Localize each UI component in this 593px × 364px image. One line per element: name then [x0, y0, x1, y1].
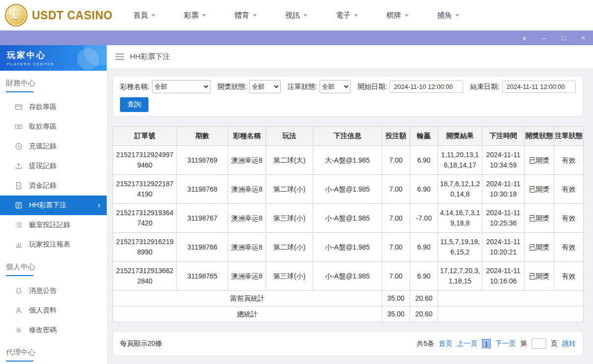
withdraw-cash-icon [15, 123, 23, 131]
nav-label: 體育 [235, 11, 249, 20]
sidebar-item-recharge-records[interactable]: 充值記錄 [0, 137, 107, 156]
cell-time: 2024-11-11 10:30:18 [482, 175, 525, 204]
next-page-link[interactable]: 下一页 [495, 339, 516, 348]
cell-result: 4,14,16,7,3,19,18,8 [438, 204, 482, 233]
cell-time: 2024-11-11 10:16:06 [482, 262, 525, 291]
order-status-select[interactable]: 全部 [320, 80, 351, 93]
logo-text: USDT CASINO [32, 9, 113, 22]
column-header-lottery: 彩種名稱 [228, 127, 266, 146]
user-icon [15, 307, 23, 314]
chevron-down-icon [354, 14, 358, 17]
section-heading-personal: 個人中心 [6, 262, 101, 276]
sidebar-item-hh-lottery-bets[interactable]: HH彩票下注 › [0, 196, 107, 215]
end-date-input[interactable] [502, 81, 576, 93]
jump-suffix-text: 页 [551, 339, 558, 348]
cell-order: 2152173129136622840 [113, 262, 177, 291]
cell-amount: 7.00 [382, 146, 410, 175]
jump-prefix-text: 第 [520, 339, 527, 348]
gear-icon [15, 326, 23, 334]
cell-play: 第二球(大) [266, 146, 313, 175]
draw-status-select[interactable]: 全部 [249, 80, 281, 93]
window-close-icon[interactable]: × [573, 30, 593, 45]
nav-label: 棋牌 [386, 11, 401, 20]
nav-item-lottery[interactable]: 彩票 [184, 11, 206, 20]
cell-bet-info: 小-A盤@1.985 [313, 262, 382, 291]
window-minimize-icon[interactable]: – [534, 30, 554, 45]
cell-play: 第二球(小) [266, 233, 313, 262]
deposit-card-icon [15, 103, 23, 111]
chevron-down-icon [253, 14, 257, 17]
column-header-draw-status: 開獎狀態 [525, 127, 554, 146]
sidebar-item-funds-records[interactable]: 資金記錄 [0, 176, 107, 196]
sidebar-item-cashout-records[interactable]: 提現記錄 [0, 156, 107, 176]
search-button[interactable]: 查詢 [120, 97, 148, 112]
cell-period: 31198767 [177, 204, 228, 233]
current-page-indicator[interactable]: 1 [482, 339, 491, 348]
cell-draw-status: 已開獎 [525, 262, 554, 291]
cell-amount: 7.00 [382, 204, 410, 233]
cell-amount: 7.00 [382, 233, 410, 262]
room-bet-record-icon [15, 221, 23, 229]
cell-bet-info: 小-A盤@1.985 [313, 233, 382, 262]
sidebar-item-label: 提現記錄 [29, 162, 57, 170]
cell-win: 6.90 [410, 233, 438, 262]
sidebar-item-announcements[interactable]: 消息公告 [0, 281, 107, 301]
column-header-time: 下注時間 [482, 127, 525, 146]
sidebar-item-label: 資金記錄 [29, 181, 57, 190]
nav-label: 彩票 [184, 11, 199, 20]
table-row: 2152173129193647420 31198767 澳洲幸运8 第三球(小… [113, 204, 584, 233]
sidebar-item-change-password[interactable]: 修改密碼 [0, 320, 107, 340]
cell-period: 31198765 [177, 262, 228, 291]
cell-play: 第三球(小) [266, 204, 313, 233]
first-page-link[interactable]: 首页 [439, 339, 452, 348]
nav-item-live[interactable]: 視訊 [285, 11, 307, 20]
cell-bet-info: 小-A盤@1.985 [313, 204, 382, 233]
jump-button[interactable]: 跳转 [562, 339, 576, 348]
bets-table-container: 訂單號 期數 彩種名稱 玩法 下注信息 投注額 輸贏 開獎結果 下注時間 開獎狀… [113, 126, 583, 322]
nav-label: 首頁 [133, 11, 148, 20]
nav-item-boardgames[interactable]: 棋牌 [386, 11, 409, 20]
lottery-name-select[interactable]: 全部 [152, 80, 210, 93]
sidebar-item-label: 取款專區 [29, 122, 57, 131]
summary-empty [438, 291, 584, 307]
nav-item-sports[interactable]: 體育 [235, 11, 257, 20]
table-row: 2152173129249979460 31198769 澳洲幸运8 第二球(大… [113, 146, 584, 175]
cell-draw-status: 已開獎 [525, 146, 554, 175]
bets-table: 訂單號 期數 彩種名稱 玩法 下注信息 投注額 輸贏 開獎結果 下注時間 開獎狀… [113, 126, 584, 322]
cell-win: 6.90 [410, 175, 438, 204]
cell-time: 2024-11-11 10:20:21 [482, 233, 525, 262]
start-date-input[interactable] [389, 81, 463, 93]
content-inner: 彩種名稱: 全部 開獎狀態: 全部 注單狀態: 全部 開始日期: 結束日期: 查… [107, 69, 593, 356]
cell-play: 第二球(小) [266, 175, 313, 204]
cell-win: -7.00 [410, 204, 438, 233]
hamburger-menu-icon[interactable] [116, 54, 124, 60]
cell-lottery: 澳洲幸运8 [228, 175, 266, 204]
sidebar-item-deposit[interactable]: 存款專區 [0, 97, 107, 117]
nav-item-slots[interactable]: 電子 [336, 11, 358, 20]
prev-page-link[interactable]: 上一页 [457, 339, 477, 348]
sidebar-item-withdraw[interactable]: 取款專區 [0, 117, 107, 137]
page-jump-input[interactable] [532, 338, 546, 349]
column-header-order-status: 注單狀態 [554, 127, 584, 146]
cell-draw-status: 已開獎 [525, 175, 554, 204]
sidebar-item-room-bet-records[interactable]: 廳室投註記錄 [0, 215, 107, 235]
lottery-name-label: 彩種名稱: [120, 83, 149, 91]
column-header-win: 輸贏 [410, 127, 438, 146]
column-header-play: 玩法 [266, 127, 313, 146]
cell-order: 2152173129249979460 [113, 146, 177, 175]
cell-order: 2152173129221874190 [113, 175, 177, 204]
window-maximize-icon[interactable]: □ [554, 30, 573, 45]
personal-menu: 消息公告 個人資料 修改密碼 [0, 281, 107, 340]
table-header-row: 訂單號 期數 彩種名稱 玩法 下注信息 投注額 輸贏 開獎結果 下注時間 開獎狀… [113, 127, 584, 146]
chevron-down-icon [303, 14, 307, 17]
nav-item-home[interactable]: 首頁 [133, 11, 155, 20]
nav-item-fishing[interactable]: 捕魚 [437, 11, 459, 20]
sidebar-item-label: 修改密碼 [29, 326, 57, 335]
logo: U USDT CASINO [5, 4, 116, 27]
sidebar-item-profile[interactable]: 個人資料 [0, 301, 107, 320]
sidebar-item-player-report[interactable]: 玩家投注報表 [0, 235, 107, 254]
column-header-period: 期數 [177, 127, 228, 146]
window-chevron-icon[interactable]: ∨ [514, 30, 534, 45]
order-status-label: 注單狀態: [288, 83, 317, 91]
cell-period: 31198766 [177, 233, 228, 262]
